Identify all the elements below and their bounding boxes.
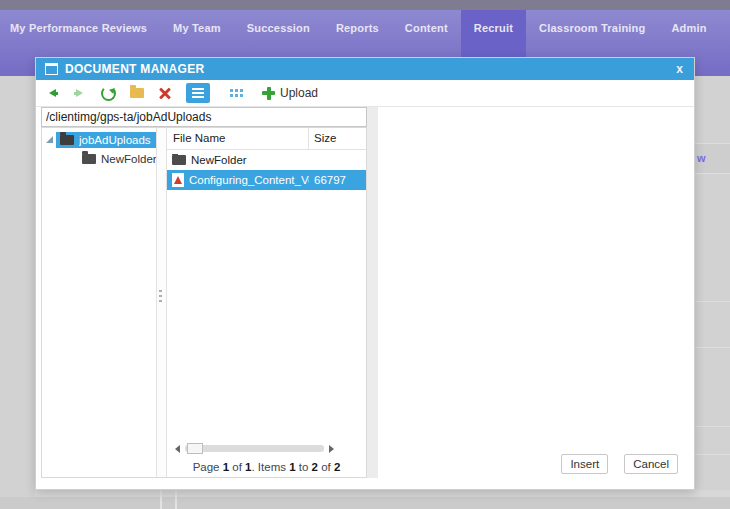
delete-x-icon [158,86,172,100]
file-name: NewFolder [191,154,247,166]
refresh-button[interactable] [101,86,116,101]
tree-node-label: NewFolder [101,153,156,165]
forward-button[interactable] [73,89,87,98]
bg-table-row [695,302,730,348]
file-row-selected-pdf[interactable]: Configuring_Content_Vendo 66797 [167,170,366,190]
bg-table-row [695,174,730,302]
upload-plus-icon [262,87,275,100]
bg-column-line [175,490,177,509]
scrollbar-thumb[interactable] [187,443,203,454]
document-manager-dialog: DOCUMENT MANAGER x Upload [35,57,695,490]
tree-node-selected[interactable]: jobAdUploads [56,132,157,148]
horizontal-scrollbar[interactable] [171,442,338,455]
pager-text: to [296,461,312,473]
list-view-icon [192,88,204,98]
dialog-titlebar[interactable]: DOCUMENT MANAGER x [36,58,694,80]
list-view-button[interactable] [186,83,210,103]
file-row-newfolder[interactable]: NewFolder [167,150,366,170]
folder-tree-pane: jobAdUploads NewFolder [42,128,156,477]
file-size: 66797 [309,174,346,186]
folder-icon [172,155,186,165]
refresh-icon [101,86,116,101]
pager-status: Page 1 of 1. Items 1 to 2 of 2 [167,461,366,473]
file-list-header: File Name Size [167,128,366,150]
grid-view-icon [230,89,243,97]
column-header-file-name[interactable]: File Name [167,128,309,149]
bg-table-row [695,427,730,455]
delete-button[interactable] [158,86,172,100]
scroll-right-icon[interactable] [329,445,338,453]
bg-column-line [160,490,162,509]
new-folder-icon [130,88,144,98]
splitter-grip-icon [159,290,162,292]
content-pane-splitter[interactable] [367,107,378,478]
close-icon[interactable]: x [674,62,685,76]
tree-expand-icon[interactable] [46,136,53,143]
tree-node-label: jobAdUploads [79,134,151,146]
dialog-footer: Insert Cancel [561,454,678,474]
top-strip [0,0,730,10]
bg-peek-link-text: w [695,144,730,164]
bg-table-row: w [695,144,730,174]
dialog-toolbar: Upload [36,80,694,107]
address-path-input[interactable] [41,107,367,127]
pager-text: of [229,461,245,473]
dimmed-page-bottom-band [0,497,730,509]
scroll-left-icon[interactable] [171,445,180,453]
back-button[interactable] [45,89,59,98]
new-folder-button[interactable] [130,88,144,98]
pager-text: . Items [251,461,289,473]
dialog-title: DOCUMENT MANAGER [65,62,204,76]
dimmed-page-below-dialog [35,490,730,497]
scrollbar-track[interactable] [185,445,324,452]
folder-icon [60,135,74,145]
pager-text: Page [193,461,223,473]
folder-icon [82,154,96,164]
forward-arrow-icon [73,89,87,98]
cancel-button[interactable]: Cancel [624,454,678,474]
pane-splitter[interactable] [156,128,167,477]
back-arrow-icon [45,89,59,98]
column-header-size[interactable]: Size [309,128,366,149]
file-list-pane: File Name Size NewFolder Configuring_Con… [167,128,366,477]
dimmed-page-right-edge: w [695,76,730,509]
bg-table-row [695,348,730,427]
tree-node-newfolder[interactable]: NewFolder [42,149,156,168]
grid-view-button[interactable] [224,83,248,103]
nav-item-care[interactable]: Care [720,10,730,76]
upload-button[interactable]: Upload [262,86,318,100]
insert-button[interactable]: Insert [561,454,608,474]
file-manager-panel: jobAdUploads NewFolder File Name Size Ne… [41,127,367,478]
pdf-file-icon [172,173,184,187]
pager-text: of [318,461,334,473]
bg-table-row [695,76,730,144]
tree-node-jobadudploads[interactable]: jobAdUploads [42,130,156,149]
window-icon [45,63,58,75]
upload-label: Upload [280,86,318,100]
pager-number: 2 [334,461,340,473]
file-name: Configuring_Content_Vendo [189,174,309,186]
